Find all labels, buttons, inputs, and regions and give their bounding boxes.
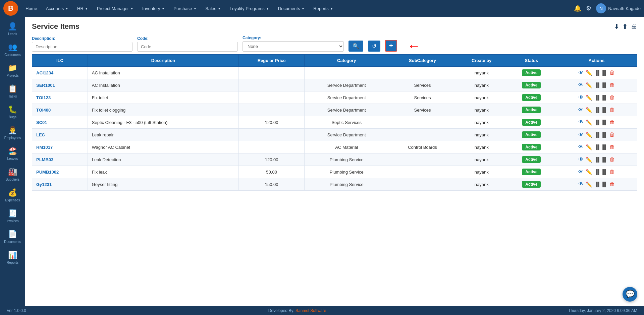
code-input[interactable] bbox=[137, 42, 238, 52]
ilc-link[interactable]: TOI400 bbox=[36, 108, 51, 113]
delete-icon[interactable]: 🗑 bbox=[609, 107, 615, 113]
barcode-icon[interactable]: ▐▌▐▌ bbox=[594, 107, 608, 113]
delete-icon[interactable]: 🗑 bbox=[609, 132, 615, 138]
edit-icon[interactable]: ✏️ bbox=[586, 169, 592, 175]
delete-icon[interactable]: 🗑 bbox=[609, 94, 615, 101]
edit-icon[interactable]: ✏️ bbox=[586, 82, 592, 88]
ilc-link[interactable]: SC01 bbox=[36, 120, 47, 125]
status-badge: Active bbox=[522, 181, 541, 188]
nav-loyalty[interactable]: Loyality Programs ▼ bbox=[226, 4, 273, 13]
sidebar-item-expenses[interactable]: 💰 Expenses bbox=[0, 185, 25, 206]
ilc-link[interactable]: TOI123 bbox=[36, 95, 51, 100]
delete-icon[interactable]: 🗑 bbox=[609, 82, 615, 88]
sidebar-item-reports[interactable]: 📊 Reports bbox=[0, 247, 25, 268]
ilc-link[interactable]: ACI1234 bbox=[36, 70, 53, 75]
chat-bubble[interactable]: 💬 bbox=[623, 287, 637, 302]
table-body: ACI1234 AC Installation nayank Active 👁 … bbox=[32, 67, 637, 191]
nav-reports[interactable]: Reports ▼ bbox=[309, 4, 337, 13]
view-icon[interactable]: 👁 bbox=[578, 107, 584, 113]
nav-purchase[interactable]: Purchase ▼ bbox=[169, 4, 201, 13]
barcode-icon[interactable]: ▐▌▐▌ bbox=[594, 144, 608, 150]
sidebar-item-tasks[interactable]: 📋 Tasks bbox=[0, 81, 25, 102]
user-menu[interactable]: N Navnath Kagade bbox=[596, 3, 641, 13]
col-category: Category bbox=[304, 55, 389, 67]
delete-icon[interactable]: 🗑 bbox=[609, 156, 615, 163]
barcode-icon[interactable]: ▐▌▐▌ bbox=[594, 82, 608, 88]
cell-category bbox=[304, 67, 389, 79]
edit-icon[interactable]: ✏️ bbox=[586, 132, 592, 138]
print-icon[interactable]: 🖨 bbox=[631, 22, 637, 30]
delete-icon[interactable]: 🗑 bbox=[609, 169, 615, 175]
import-upload-icon[interactable]: ⬆ bbox=[622, 22, 628, 30]
projects-icon: 📁 bbox=[8, 64, 17, 72]
refresh-button[interactable]: ↺ bbox=[368, 41, 380, 52]
nav-hr[interactable]: HR ▼ bbox=[73, 4, 92, 13]
delete-icon[interactable]: 🗑 bbox=[609, 70, 615, 76]
sidebar-item-projects[interactable]: 📁 Projects bbox=[0, 60, 25, 81]
view-icon[interactable]: 👁 bbox=[578, 144, 584, 150]
sidebar-label-projects: Projects bbox=[6, 74, 18, 78]
edit-icon[interactable]: ✏️ bbox=[586, 70, 592, 76]
ilc-link[interactable]: LEC bbox=[36, 132, 45, 137]
edit-icon[interactable]: ✏️ bbox=[586, 119, 592, 126]
view-icon[interactable]: 👁 bbox=[578, 94, 584, 101]
edit-icon[interactable]: ✏️ bbox=[586, 156, 592, 163]
status-badge: Active bbox=[522, 119, 541, 126]
delete-icon[interactable]: 🗑 bbox=[609, 119, 615, 125]
sidebar-item-suppliers[interactable]: 🏭 Suppliers bbox=[0, 164, 25, 185]
view-icon[interactable]: 👁 bbox=[578, 156, 584, 163]
ilc-link[interactable]: PLMB03 bbox=[36, 157, 53, 162]
view-icon[interactable]: 👁 bbox=[578, 169, 584, 175]
ilc-link[interactable]: PUMB1002 bbox=[36, 170, 59, 175]
code-label: Code: bbox=[137, 36, 238, 41]
sidebar-item-employees[interactable]: 👨‍💼 Employees bbox=[0, 123, 25, 143]
export-download-icon[interactable]: ⬇ bbox=[614, 22, 620, 30]
view-icon[interactable]: 👁 bbox=[578, 70, 584, 76]
sidebar-item-bugs[interactable]: 🐛 Bugs bbox=[0, 102, 25, 123]
barcode-icon[interactable]: ▐▌▐▌ bbox=[594, 70, 608, 75]
barcode-icon[interactable]: ▐▌▐▌ bbox=[594, 169, 608, 175]
view-icon[interactable]: 👁 bbox=[578, 119, 584, 125]
cell-status: Active bbox=[507, 116, 556, 129]
nav-home[interactable]: Home bbox=[21, 4, 41, 13]
sidebar-item-invoices[interactable]: 🧾 Invoices bbox=[0, 206, 25, 227]
ilc-link[interactable]: RM1017 bbox=[36, 145, 53, 150]
view-icon[interactable]: 👁 bbox=[578, 181, 584, 187]
settings-icon[interactable]: ⚙ bbox=[586, 5, 591, 12]
barcode-icon[interactable]: ▐▌▐▌ bbox=[594, 182, 608, 187]
ilc-link[interactable]: SER1001 bbox=[36, 83, 55, 88]
nav-inventory[interactable]: Inventory ▼ bbox=[138, 4, 169, 13]
sidebar-item-leaves[interactable]: 🏖️ Leaves bbox=[0, 143, 25, 164]
barcode-icon[interactable]: ▐▌▐▌ bbox=[594, 157, 608, 162]
category-select[interactable]: None AC Material Plumbing Service Servic… bbox=[243, 42, 343, 51]
delete-icon[interactable]: 🗑 bbox=[609, 181, 615, 187]
nav-documents[interactable]: Documents ▼ bbox=[274, 4, 309, 13]
table-wrapper: ILC Description Regular Price Category S… bbox=[25, 54, 644, 306]
edit-icon[interactable]: ✏️ bbox=[586, 94, 592, 101]
add-button[interactable]: + bbox=[385, 40, 397, 52]
nav-project-manager[interactable]: Project Manager ▼ bbox=[93, 4, 138, 13]
nav-sales[interactable]: Sales ▼ bbox=[201, 4, 225, 13]
sidebar-label-leads: Leads bbox=[8, 32, 17, 36]
barcode-icon[interactable]: ▐▌▐▌ bbox=[594, 120, 608, 125]
view-icon[interactable]: 👁 bbox=[578, 82, 584, 88]
customers-icon: 👥 bbox=[8, 43, 17, 52]
nav-accounts[interactable]: Accounts ▼ bbox=[42, 4, 72, 13]
sidebar-item-customers[interactable]: 👥 Customers bbox=[0, 40, 25, 60]
edit-icon[interactable]: ✏️ bbox=[586, 144, 592, 150]
delete-icon[interactable]: 🗑 bbox=[609, 144, 615, 150]
edit-icon[interactable]: ✏️ bbox=[586, 107, 592, 113]
sidebar-item-documents[interactable]: 📄 Documents bbox=[0, 227, 25, 247]
edit-icon[interactable]: ✏️ bbox=[586, 181, 592, 188]
description-input[interactable] bbox=[32, 42, 132, 52]
cell-status: Active bbox=[507, 79, 556, 91]
search-button[interactable]: 🔍 bbox=[348, 41, 363, 52]
sidebar-item-leads[interactable]: 👤 Leads bbox=[0, 19, 25, 40]
cell-created-by: nayank bbox=[456, 129, 507, 141]
barcode-icon[interactable]: ▐▌▐▌ bbox=[594, 95, 608, 100]
notification-icon[interactable]: 🔔 bbox=[574, 5, 581, 12]
ilc-link[interactable]: Gy1231 bbox=[36, 182, 52, 187]
view-icon[interactable]: 👁 bbox=[578, 132, 584, 138]
barcode-icon[interactable]: ▐▌▐▌ bbox=[594, 132, 608, 137]
cell-ilc: TOI123 bbox=[32, 91, 88, 104]
